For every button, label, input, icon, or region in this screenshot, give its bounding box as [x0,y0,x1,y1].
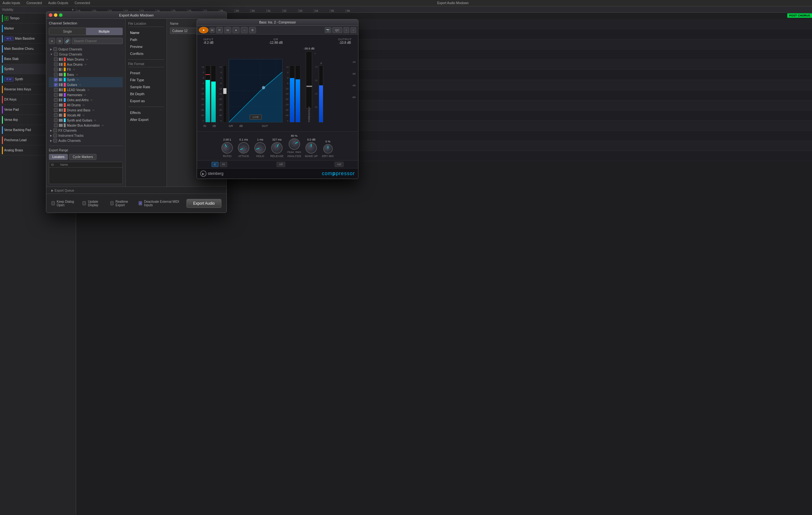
nav-preview-btn[interactable]: Preview [128,44,164,50]
ch-synth-guitars[interactable]: Synth and Guitars ∞ [49,118,123,123]
comp-qc-btn[interactable]: QC [332,27,343,33]
ch-synth-guitars-cb[interactable] [54,118,58,122]
ch-vocals-all[interactable]: Vocals All ∞ [49,113,123,118]
track-mute-tempo[interactable]: J [4,16,8,21]
mode-single-btn[interactable]: Single [49,28,86,35]
nav-bit-depth-btn[interactable]: Bit Depth [128,91,164,97]
ch-oohs-cb[interactable] [54,98,58,102]
ch-harmonies[interactable]: Harmonies ∞ [49,92,123,97]
audio-ch-checkbox[interactable] [53,139,57,142]
output-channels-header[interactable]: ▶ Output Channels [49,47,123,52]
threshold-slider[interactable]: 0-15-30-45-60 [306,51,312,109]
search-channel-input[interactable] [72,38,123,44]
channel-settings-icon[interactable]: ⚙ [56,38,63,44]
instrument-tracks-header[interactable]: ▶ Instrument Tracks [49,133,123,138]
nav-export-as-btn[interactable]: Export as [128,98,164,104]
channel-link-icon[interactable]: 🔗 [64,38,70,44]
nav-name-btn[interactable]: Name [128,29,164,36]
ch-fx-link: ∞ [73,68,75,71]
export-queue-toggle[interactable]: Export Queue [51,189,222,192]
ch-fx[interactable]: FX ∞ [49,67,123,72]
ch-harmonies-cb[interactable] [54,93,58,97]
threshold-handle[interactable] [307,86,312,87]
maximize-button[interactable] [59,13,62,17]
ch-synth-cb[interactable] [54,78,58,82]
ch-drums-bass-cb[interactable] [54,108,58,112]
analysis-knob[interactable] [286,136,302,152]
ch-oohs[interactable]: Oohs and Ahhs ∞ [49,97,123,103]
ch-bass-cb[interactable] [54,73,58,77]
ch-aux-drums[interactable]: Aux Drums ∞ [49,62,123,67]
comp-nav-btn-2[interactable]: › [350,27,356,33]
hold-knob[interactable] [253,141,267,155]
comp-nav-btn[interactable]: ‹ [344,27,349,33]
deactivate-midi-cb[interactable]: ✓ [139,201,142,205]
toggle-group-am: AM [335,162,344,167]
makeup-knob[interactable] [306,142,317,153]
comp-settings-btn[interactable]: ⚙ [249,27,256,33]
ch-master-bus-cb[interactable] [54,123,58,127]
realtime-export-cb[interactable] [110,201,114,205]
ch-fx-cb[interactable] [54,67,58,71]
ch-drums-bass[interactable]: Drums and Bass ∞ [49,108,123,113]
ch-main-drums-cb[interactable] [54,57,58,61]
nav-path-btn[interactable]: Path [128,36,164,43]
comp-record-btn[interactable]: ● [232,27,239,33]
cycle-markers-btn[interactable]: Cycle Markers [69,154,96,160]
nav-file-type-btn[interactable]: File Type [128,77,164,83]
comp-camera-btn[interactable]: 📷 [325,27,331,33]
comp-power-btn[interactable]: ● [199,27,208,33]
comp-r-btn[interactable]: R [216,27,223,33]
ch-master-bus[interactable]: Master Bus Automation ∞ [49,123,123,128]
keep-dialog-open-label[interactable]: Keep Dialog Open [51,200,78,207]
channel-list-icon[interactable]: ≡ [49,38,55,44]
hi-btn[interactable]: HI [220,162,227,167]
update-display-cb[interactable] [83,201,86,205]
ar-btn[interactable]: AR [277,162,285,167]
live-badge[interactable]: LIVE [250,115,262,120]
keep-dialog-open-cb[interactable] [51,201,55,205]
am-btn[interactable]: AM [335,162,344,167]
group-channels-header[interactable]: ▼ Group Channels [49,52,123,57]
nav-sample-rate-btn[interactable]: Sample Rate [128,84,164,90]
inst-tracks-checkbox[interactable] [53,134,57,137]
ch-guitars[interactable]: Guitars ∞ [49,82,123,87]
fx-ch-checkbox[interactable] [53,128,57,132]
locators-btn[interactable]: Locators [49,154,68,160]
output-ch-checkbox[interactable] [53,47,57,51]
ch-lead-vocals-cb[interactable] [54,88,58,92]
ch-all-drums[interactable]: All Drums ∞ [49,103,123,108]
ch-lead-vocals[interactable]: LEAD Vocals ∞ [49,87,123,92]
file-settings-nav: File Location Name Path Preview Conflict… [125,19,167,187]
comp-footer: ▶ steinberg comppressor [197,168,358,179]
update-display-label[interactable]: Update Display [83,200,105,207]
fx-channels-header[interactable]: ▶ FX Channels [49,128,123,133]
ch-aux-drums-cb[interactable] [54,62,58,66]
realtime-export-label[interactable]: Realtime Export [110,200,134,207]
group-ch-checkbox[interactable] [54,52,58,56]
ch-bass[interactable]: Bass ∞ [49,72,123,77]
ch-vocals-all-cb[interactable] [54,113,58,117]
mode-multiple-btn[interactable]: Multiple [86,28,123,35]
ch-all-drums-cb[interactable] [54,103,58,107]
comp-w-btn[interactable]: W [224,27,231,33]
release-knob[interactable] [270,141,284,155]
nav-preset-btn[interactable]: Preset [128,70,164,76]
nav-effects-btn[interactable]: Effects [128,110,164,116]
minimize-button[interactable] [54,13,57,17]
ch-synth[interactable]: Synth ∞ [49,77,123,82]
attack-knob[interactable] [236,140,252,155]
drymix-knob[interactable] [323,144,333,153]
deactivate-midi-label[interactable]: ✓ Deactivate External MIDI Inputs [139,200,180,207]
compressor-bypass-btn[interactable]: ⊂ [211,162,219,167]
ch-guitars-cb[interactable] [54,83,58,87]
nav-conflicts-btn[interactable]: Conflicts [128,51,164,57]
comp-midi-btn[interactable]: M [210,28,215,33]
ch-main-drums[interactable]: Main Drums ∞ [49,57,123,62]
audio-channels-header[interactable]: ▶ Audio Channels [49,138,123,143]
comp-arrow-btn[interactable]: → [241,27,248,33]
export-audio-button[interactable]: Export Audio [186,199,222,208]
ratio-knob[interactable] [220,140,235,155]
nav-after-export-btn[interactable]: After Export [128,116,164,123]
close-button[interactable] [49,13,52,17]
